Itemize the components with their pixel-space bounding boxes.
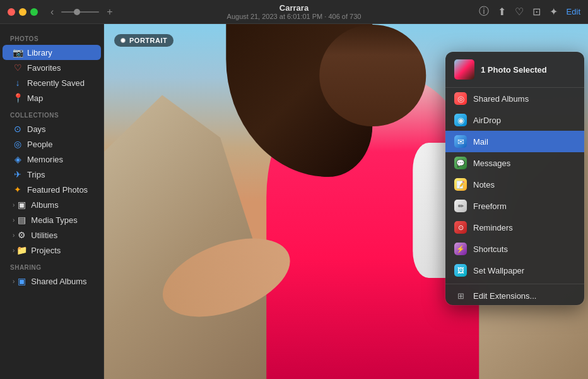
dropdown-item-notes[interactable]: 📝 Notes [445,174,584,195]
sidebar-item-people[interactable]: ◎ People [3,136,101,152]
reminders-app-icon: ⊙ [454,221,467,234]
notes-app-icon: 📝 [454,178,467,191]
sidebar-label-trips: Trips [27,170,45,179]
trips-icon: ✈ [13,169,23,179]
close-button[interactable] [8,8,15,16]
freeform-app-icon: ✏ [454,200,467,212]
sidebar-item-map[interactable]: 📍 Map [3,90,101,105]
messages-app-icon: 💬 [454,157,467,169]
sidebar-section-sharing: Sharing [0,258,103,274]
dropdown-item-freeform[interactable]: ✏ Freeform [445,195,584,217]
portrait-badge-label: PORTRAIT [129,37,167,44]
sidebar-item-albums[interactable]: › ▣ Albums [3,197,101,212]
crop-icon[interactable]: ⊡ [532,6,541,18]
sidebar-item-media-types[interactable]: › ▤ Media Types [3,212,101,227]
sidebar-item-recently-saved[interactable]: ↓ Recently Saved [3,75,101,90]
dropdown-item-messages[interactable]: 💬 Messages [445,152,584,174]
back-button[interactable]: ‹ [48,5,56,19]
dropdown-item-reminders[interactable]: ⊙ Reminders [445,217,584,238]
media-types-chevron: › [13,217,15,224]
titlebar-center: Carrara August 21, 2023 at 6:01:01 PM · … [227,3,362,20]
titlebar-left: ‹ + [8,5,115,19]
edit-extensions-icon: ⊞ [454,291,467,301]
sidebar-label-media-types: Media Types [31,215,77,225]
memories-icon: ◈ [13,154,23,164]
sidebar-item-utilities[interactable]: › ⚙ Utilities [3,227,101,243]
sidebar-item-projects[interactable]: › 📁 Projects [3,243,101,258]
sidebar-item-days[interactable]: ⊙ Days [3,121,101,136]
zoom-slider[interactable] [61,11,99,13]
photo-area: PORTRAIT 1 Photo Selected ◎ Shared Album… [104,24,588,379]
magic-icon[interactable]: ✦ [550,6,558,18]
dropdown-label-shared-albums: Shared Albums [473,94,529,104]
photo-meta: August 21, 2023 at 6:01:01 PM · 406 of 7… [227,13,362,20]
shortcuts-app-icon: ⚡ [454,243,467,255]
sidebar-label-days: Days [27,124,46,134]
recently-saved-icon: ↓ [13,78,23,88]
dropdown-divider [445,284,584,284]
utilities-icon: ⚙ [16,230,26,240]
albums-chevron: › [13,202,15,208]
dropdown-item-shortcuts[interactable]: ⚡ Shortcuts [445,238,584,260]
add-button[interactable]: + [104,5,115,19]
traffic-lights [8,8,38,16]
dropdown-item-set-wallpaper[interactable]: 🖼 Set Wallpaper [445,260,584,281]
dropdown-label-edit-extensions: Edit Extensions... [473,291,536,301]
sidebar-label-shared-albums: Shared Albums [31,277,86,286]
mail-app-icon: ✉ [454,135,467,148]
sidebar-label-albums: Albums [31,200,58,210]
sidebar-label-projects: Projects [31,246,61,255]
map-icon: 📍 [13,93,23,103]
shared-albums-chevron: › [13,278,15,285]
days-icon: ⊙ [13,124,23,134]
zoom-handle[interactable] [74,9,80,15]
dropdown-label-reminders: Reminders [473,223,513,232]
sidebar-label-favorites: Favorites [27,63,61,73]
dropdown-item-edit-extensions[interactable]: ⊞ Edit Extensions... [445,287,584,305]
sidebar-section-photos: Photos [0,29,103,45]
sidebar-item-shared-albums[interactable]: › ▣ Shared Albums [3,274,101,289]
sidebar-label-library: Library [27,48,52,57]
heart-icon[interactable]: ♡ [515,6,524,18]
dropdown-header-label: 1 Photo Selected [481,65,547,75]
wallpaper-app-icon: 🖼 [454,264,467,277]
favorites-icon: ♡ [13,63,23,73]
sidebar-label-featured-photos: Featured Photos [27,185,88,195]
airdrop-app-icon: ◉ [454,114,467,126]
dropdown-item-mail[interactable]: ✉ Mail [445,131,584,152]
dropdown-item-airdrop[interactable]: ◉ AirDrop [445,109,584,131]
sidebar-item-library[interactable]: 📷 Library [3,45,101,60]
main-content: Photos 📷 Library ♡ Favorites ↓ Recently … [0,24,588,379]
sidebar-item-featured-photos[interactable]: ✦ Featured Photos [3,182,101,197]
dropdown-label-mail: Mail [473,137,488,147]
portrait-dot-icon [121,38,126,43]
window-title: Carrara [227,3,362,13]
shared-albums-icon: ▣ [16,276,26,286]
media-types-icon: ▤ [16,215,26,225]
share-icon[interactable]: ⬆ [498,6,506,18]
sidebar-section-collections: Collections [0,105,103,121]
dropdown-header: 1 Photo Selected [445,52,584,88]
sidebar-item-memories[interactable]: ◈ Memories [3,152,101,167]
dropdown-item-shared-albums[interactable]: ◎ Shared Albums [445,88,584,109]
dropdown-label-set-wallpaper: Set Wallpaper [473,266,524,275]
titlebar-right: ⓘ ⬆ ♡ ⊡ ✦ Edit [479,5,580,18]
sidebar-label-map: Map [27,93,43,103]
fullscreen-button[interactable] [30,8,38,16]
sidebar-item-favorites[interactable]: ♡ Favorites [3,60,101,75]
info-icon[interactable]: ⓘ [479,5,489,18]
projects-chevron: › [13,247,15,254]
dropdown-label-messages: Messages [473,159,510,168]
sidebar-item-trips[interactable]: ✈ Trips [3,167,101,182]
dropdown-label-notes: Notes [473,180,495,190]
sidebar-label-utilities: Utilities [31,231,57,240]
dropdown-label-freeform: Freeform [473,202,507,211]
featured-photos-icon: ✦ [13,184,23,195]
dropdown-label-airdrop: AirDrop [473,116,501,125]
portrait-badge: PORTRAIT [114,34,173,47]
edit-button[interactable]: Edit [567,7,580,16]
minimize-button[interactable] [19,8,26,16]
utilities-chevron: › [13,232,15,239]
shared-albums-app-icon: ◎ [454,92,467,105]
person-head [319,25,426,126]
